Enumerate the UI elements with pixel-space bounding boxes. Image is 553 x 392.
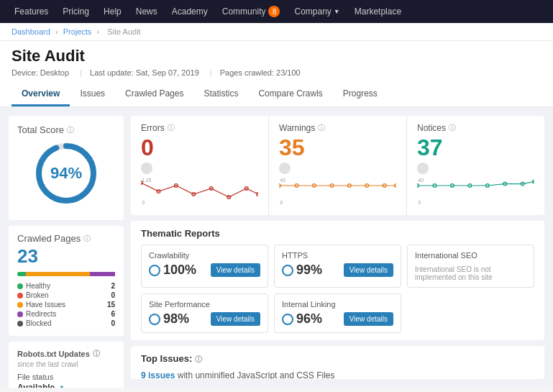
crawled-progress-bar (17, 272, 115, 276)
pb-healthy (17, 272, 26, 276)
errors-block: Errors ⓘ 0 1.25 (131, 116, 269, 215)
robots-subtitle: since the last crawl (17, 360, 115, 368)
internal-linking-view-details-btn[interactable]: View details (344, 312, 393, 326)
nav-academy[interactable]: Academy (165, 0, 215, 23)
page-meta: Device: Desktop | Last update: Sat, Sep … (12, 68, 541, 77)
notices-chart: 40 0 (417, 177, 534, 206)
dot-healthy (17, 283, 23, 289)
page-header: Site Audit Device: Desktop | Last update… (0, 41, 553, 107)
errors-sub (141, 163, 258, 174)
dot-issues (17, 302, 23, 308)
dot-blocked (17, 321, 23, 327)
breadcrumb-dashboard[interactable]: Dashboard (12, 27, 50, 36)
issue-1-text: with unminified JavaScript and CSS Files (178, 370, 335, 379)
warnings-info-icon[interactable]: ⓘ (318, 123, 325, 133)
tab-crawled-pages[interactable]: Crawled Pages (115, 83, 193, 106)
https-circle-icon (282, 265, 293, 276)
right-panel: Errors ⓘ 0 1.25 (131, 116, 544, 379)
dot-redirects (17, 311, 23, 317)
warnings-prev-icon (279, 163, 291, 174)
notices-value: 37 (417, 135, 534, 161)
score-card: Total Score ⓘ 94% (9, 116, 124, 220)
internal-linking-circle-icon (282, 314, 293, 325)
nav-marketplace[interactable]: Marketplace (347, 0, 408, 23)
warnings-chart: 40 0 (279, 177, 396, 206)
tab-issues[interactable]: Issues (70, 83, 115, 106)
errors-prev-icon (141, 163, 152, 174)
internal-linking-score: 96% (296, 311, 322, 327)
breadcrumb-projects[interactable]: Projects (63, 27, 92, 36)
pb-redirects (90, 272, 115, 276)
errors-value: 0 (141, 135, 258, 161)
svg-text:0: 0 (419, 200, 421, 205)
https-view-details-btn[interactable]: View details (344, 263, 393, 277)
crawled-card: Crawled Pages ⓘ 23 Healthy 2 Broke (9, 226, 124, 336)
score-value: 94% (50, 164, 82, 183)
nav-community[interactable]: Community 8 (215, 0, 288, 23)
top-navigation: Features Pricing Help News Academy Commu… (0, 0, 553, 23)
nav-pricing[interactable]: Pricing (55, 0, 96, 23)
site-performance-circle-icon (149, 314, 160, 325)
pb-issues (26, 272, 89, 276)
notices-sub (417, 163, 534, 174)
metrics-row: Errors ⓘ 0 1.25 (131, 116, 544, 215)
intl-seo-note: International SEO is not implemented on … (415, 265, 526, 281)
report-https: HTTPS 99% View details (274, 245, 401, 288)
page-title: Site Audit (12, 47, 541, 65)
issues-section: Top Issues: ⓘ 9 issues with unminified J… (131, 346, 544, 379)
legend-blocked: Blocked 0 (17, 319, 115, 327)
score-title: Total Score ⓘ (17, 124, 115, 135)
notices-info-icon[interactable]: ⓘ (449, 123, 456, 133)
site-performance-view-details-btn[interactable]: View details (211, 312, 260, 326)
crawled-info-icon[interactable]: ⓘ (83, 234, 91, 244)
breadcrumb: Dashboard › Projects › Site Audit (0, 23, 553, 41)
nav-news[interactable]: News (129, 0, 165, 23)
tab-progress[interactable]: Progress (333, 83, 388, 106)
report-internal-linking: Internal Linking 96% View details (274, 293, 401, 333)
robots-info-icon[interactable]: ⓘ (93, 349, 100, 359)
crawled-label: Crawled Pages (17, 233, 81, 244)
issues-title: Top Issues: ⓘ (141, 353, 534, 365)
nav-features[interactable]: Features (7, 0, 55, 23)
svg-text:0: 0 (280, 200, 283, 205)
warnings-sub (279, 163, 396, 174)
crawlability-score: 100% (163, 263, 196, 278)
legend-have-issues: Have Issues 15 (17, 301, 115, 309)
score-info-icon[interactable]: ⓘ (67, 125, 74, 135)
main-content: Total Score ⓘ 94% Crawled Pages ⓘ 23 (0, 107, 553, 388)
left-panel: Total Score ⓘ 94% Crawled Pages ⓘ 23 (9, 116, 124, 379)
report-crawlability: Crawlability 100% View details (141, 245, 268, 288)
warnings-value: 35 (279, 135, 396, 161)
nav-help[interactable]: Help (96, 0, 129, 23)
nav-company[interactable]: Company ▼ (287, 0, 347, 23)
notices-block: Notices ⓘ 37 40 (407, 116, 544, 215)
tab-compare-crawls[interactable]: Compare Crawls (248, 83, 332, 106)
report-intl-seo: International SEO International SEO is n… (407, 245, 534, 288)
issue-1-count: 9 issues (141, 370, 175, 379)
errors-info-icon[interactable]: ⓘ (168, 123, 175, 133)
thematic-section: Thematic Reports Crawlability 100% View … (131, 221, 544, 340)
svg-text:40: 40 (280, 178, 286, 183)
robots-title: Robots.txt Updates ⓘ (17, 349, 115, 359)
site-performance-score: 98% (163, 311, 189, 327)
svg-text:40: 40 (419, 178, 424, 183)
tab-statistics[interactable]: Statistics (193, 83, 248, 106)
robots-file-label: File status (17, 373, 115, 381)
issue-item-1: 9 issues with unminified JavaScript and … (141, 370, 534, 379)
warnings-label: Warnings (279, 123, 315, 133)
breadcrumb-site-audit: Site Audit (107, 27, 140, 36)
tab-overview[interactable]: Overview (12, 83, 70, 106)
errors-label: Errors (141, 123, 165, 133)
legend-broken: Broken 0 (17, 291, 115, 299)
robots-file-value: Available ↗ (17, 383, 115, 388)
issues-info-icon[interactable]: ⓘ (195, 355, 202, 363)
crawlability-view-details-btn[interactable]: View details (211, 263, 260, 277)
notices-label: Notices (417, 123, 446, 133)
robots-link-icon[interactable]: ↗ (58, 384, 63, 388)
thematic-title: Thematic Reports (141, 228, 534, 239)
errors-chart: 1.25 0 (141, 177, 258, 206)
legend-redirects: Redirects 6 (17, 310, 115, 318)
crawled-number: 23 (17, 245, 115, 268)
robots-card: Robots.txt Updates ⓘ since the last craw… (9, 342, 124, 388)
company-arrow-icon: ▼ (334, 8, 340, 15)
